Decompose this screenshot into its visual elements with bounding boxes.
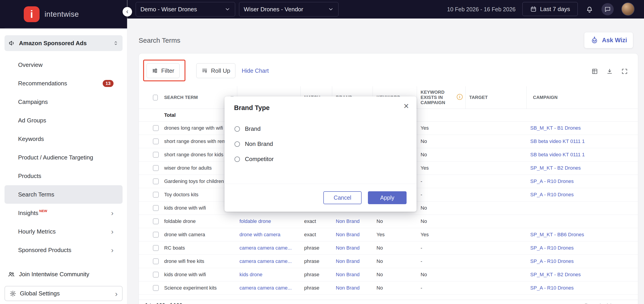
keyword-link[interactable]: drone with camera bbox=[237, 232, 300, 238]
radio-label: Brand bbox=[245, 125, 260, 132]
keyword-link[interactable]: kids drone bbox=[237, 272, 300, 278]
join-community-link[interactable]: Join Intentwise Community bbox=[4, 266, 122, 283]
campaign-link[interactable]: SP_M_KT - B2 Drones bbox=[527, 272, 638, 278]
account-dropdown[interactable]: Demo - Wiser Drones bbox=[136, 2, 235, 16]
roll-up-button-label: Roll Up bbox=[211, 67, 230, 74]
sidebar-item-overview[interactable]: Overview bbox=[4, 55, 122, 74]
row-checkbox[interactable] bbox=[153, 192, 159, 198]
brand-type-option[interactable]: Non Brand bbox=[224, 136, 416, 152]
row-checkbox[interactable] bbox=[153, 258, 159, 264]
prev-page-icon[interactable]: ‹ bbox=[576, 302, 578, 304]
keyword-exists-cell: Yes bbox=[417, 125, 466, 131]
row-checkbox[interactable] bbox=[153, 285, 159, 291]
header-target[interactable]: TARGET bbox=[466, 86, 527, 109]
hide-chart-link[interactable]: Hide Chart bbox=[242, 67, 269, 74]
brand-type-link[interactable]: Non Brand bbox=[332, 218, 373, 224]
keyword-link[interactable]: camera camera came... bbox=[237, 285, 300, 291]
campaign-link[interactable]: SP_A - R10 Drones bbox=[527, 258, 638, 264]
search-term-cell: foldable drone bbox=[162, 218, 237, 224]
sidebar-item-label: Hourly Metrics bbox=[18, 228, 56, 235]
community-people-icon bbox=[8, 271, 15, 278]
keyword-link[interactable]: camera camera came... bbox=[237, 258, 300, 264]
row-checkbox[interactable] bbox=[153, 138, 159, 144]
brand-type-option[interactable]: Competitor bbox=[224, 152, 416, 167]
sidebar-item-products[interactable]: Products bbox=[4, 167, 122, 185]
keyword-link[interactable]: camera camera came... bbox=[237, 245, 300, 251]
radio-button[interactable] bbox=[234, 126, 240, 132]
radio-button[interactable] bbox=[234, 157, 240, 162]
global-settings-button[interactable]: Global Settings › bbox=[4, 286, 122, 301]
campaign-link[interactable]: SP_M_KT - BB6 Drones bbox=[527, 232, 638, 238]
sidebar-item-campaigns[interactable]: Campaigns bbox=[4, 93, 122, 111]
product-selector[interactable]: Amazon Sponsored Ads bbox=[4, 35, 122, 51]
keyword-link[interactable]: foldable drone bbox=[237, 218, 300, 224]
select-all-checkbox[interactable] bbox=[153, 95, 158, 100]
date-preset-button[interactable]: Last 7 days bbox=[522, 2, 578, 16]
ask-wizi-button[interactable]: Ask Wizi bbox=[584, 32, 633, 48]
row-checkbox[interactable] bbox=[153, 178, 159, 184]
row-checkbox[interactable] bbox=[153, 232, 159, 238]
search-term-cell: RC boats bbox=[162, 245, 237, 251]
filter-button[interactable]: Filter bbox=[146, 63, 180, 78]
table-view-icon[interactable] bbox=[591, 68, 598, 75]
cancel-button[interactable]: Cancel bbox=[323, 191, 362, 204]
next-page-icon[interactable]: › bbox=[619, 302, 621, 304]
sidebar-item-sponsored-products[interactable]: Sponsored Products › bbox=[4, 241, 122, 259]
first-page-icon[interactable]: « bbox=[566, 302, 569, 304]
row-checkbox[interactable] bbox=[153, 272, 159, 278]
profile-dropdown-value: Wiser Drones - Vendor bbox=[244, 6, 303, 13]
sidebar-item-search-terms[interactable]: Search Terms bbox=[4, 185, 122, 204]
table-row: drone with camera drone with camera exac… bbox=[139, 228, 638, 242]
table-row: foldable drone foldable drone exact Non … bbox=[139, 215, 638, 228]
notifications-bell-icon[interactable] bbox=[585, 5, 594, 14]
header-campaign[interactable]: CAMPAIGN bbox=[527, 86, 638, 109]
brand-type-link[interactable]: Non Brand bbox=[332, 272, 373, 278]
campaign-link[interactable]: SB_M_KT - B1 Drones bbox=[527, 125, 638, 131]
product-selector-label: Amazon Sponsored Ads bbox=[19, 40, 87, 47]
close-icon[interactable]: × bbox=[404, 101, 409, 110]
row-checkbox[interactable] bbox=[153, 125, 159, 131]
brand-type-option[interactable]: Brand bbox=[224, 121, 416, 136]
keyword-exists-cell: No bbox=[417, 138, 466, 144]
campaign-link[interactable]: SP_A - R10 Drones bbox=[527, 285, 638, 291]
support-chat-icon[interactable] bbox=[602, 3, 614, 15]
page-title: Search Terms bbox=[138, 36, 180, 44]
info-icon[interactable]: i bbox=[457, 94, 463, 100]
campaign-link[interactable]: SP_A - R10 Drones bbox=[527, 192, 638, 198]
keyword-exists-cell: Yes bbox=[417, 165, 466, 171]
sidebar-item-keywords[interactable]: Keywords bbox=[4, 130, 122, 148]
chevron-right-icon: › bbox=[115, 290, 118, 298]
sidebar-item-ad-groups[interactable]: Ad Groups bbox=[4, 111, 122, 130]
chevron-down-icon bbox=[224, 6, 230, 12]
brand-type-link[interactable]: Non Brand bbox=[332, 285, 373, 291]
radio-button[interactable] bbox=[234, 141, 240, 147]
row-checkbox[interactable] bbox=[153, 205, 159, 211]
header-keyword-exists[interactable]: KEYWORD EXISTS IN CAMPAIGN i bbox=[417, 86, 466, 109]
row-checkbox[interactable] bbox=[153, 245, 159, 251]
campaign-link[interactable]: SB beta video KT 0111 1 bbox=[527, 152, 638, 158]
sidebar-item-recommendations[interactable]: Recommendations 13 bbox=[4, 74, 122, 93]
table-row: Science experiment kits camera camera ca… bbox=[139, 282, 638, 295]
sidebar-item-product-audience-targeting[interactable]: Product / Audience Targeting bbox=[4, 148, 122, 167]
user-avatar[interactable] bbox=[622, 2, 634, 15]
row-checkbox[interactable] bbox=[153, 165, 159, 171]
brand-type-link[interactable]: Non Brand bbox=[332, 245, 373, 251]
brand-type-link[interactable]: Non Brand bbox=[332, 232, 373, 238]
campaign-link[interactable]: SP_A - R10 Drones bbox=[527, 245, 638, 251]
download-icon[interactable] bbox=[606, 68, 613, 75]
row-checkbox[interactable] bbox=[153, 218, 159, 224]
campaign-link[interactable]: SP_M_KT - B2 Drones bbox=[527, 165, 638, 171]
campaign-link[interactable]: SB beta video KT 0111 1 bbox=[527, 138, 638, 144]
sidebar-item-insights[interactable]: Insights NEW › bbox=[4, 204, 122, 222]
sidebar-item-hourly-metrics[interactable]: Hourly Metrics › bbox=[4, 222, 122, 241]
brand-type-link[interactable]: Non Brand bbox=[332, 258, 373, 264]
sidebar-collapse-button[interactable]: ‹ bbox=[122, 7, 132, 16]
fullscreen-icon[interactable] bbox=[621, 68, 628, 75]
row-checkbox[interactable] bbox=[153, 152, 159, 158]
profile-dropdown[interactable]: Wiser Drones - Vendor bbox=[239, 2, 338, 16]
roll-up-button[interactable]: Roll Up bbox=[196, 63, 236, 78]
apply-button[interactable]: Apply bbox=[368, 191, 406, 204]
last-page-icon[interactable]: » bbox=[628, 302, 631, 304]
campaign-link[interactable]: SP_A - R10 Drones bbox=[527, 178, 638, 184]
sidebar-item-label: Recommendations bbox=[18, 80, 67, 87]
